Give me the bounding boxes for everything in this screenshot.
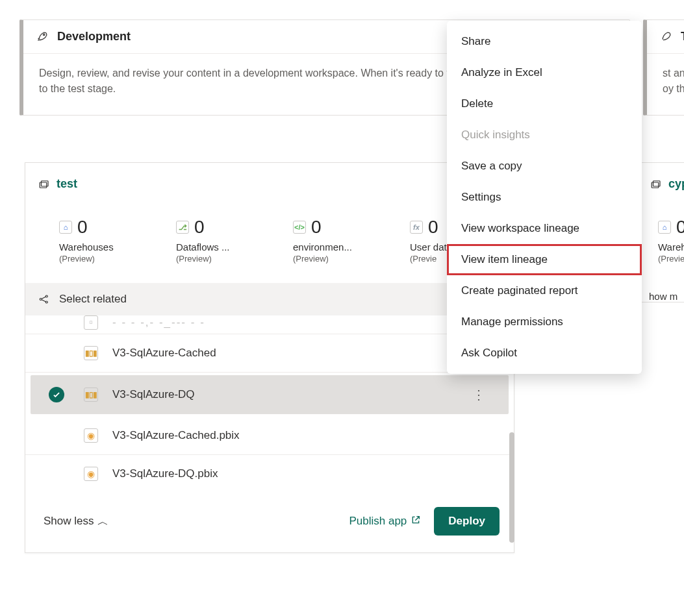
pbix-icon: ◉ <box>84 467 98 481</box>
workspace-name[interactable]: cypres <box>668 177 684 191</box>
menu-create-paginated-report[interactable]: Create paginated report <box>447 275 642 306</box>
list-item[interactable]: ◉ V3-SqlAzure-DQ.pbix <box>25 455 514 493</box>
scrollbar-thumb[interactable] <box>509 432 514 543</box>
dataset-icon: ▫ <box>84 315 98 330</box>
menu-ask-copilot[interactable]: Ask Copilot <box>447 338 642 369</box>
check-icon <box>49 387 64 402</box>
publish-app-link[interactable]: Publish app <box>349 515 421 528</box>
stat-environments: </> 0 environmen... (Preview) <box>293 217 377 264</box>
show-less-toggle[interactable]: Show less ︿ <box>44 514 108 529</box>
rocket-icon <box>660 29 673 44</box>
workspace-card-peek: cypres ⌂ 0 Wareh (Previe how m <box>637 162 684 302</box>
stat-dataflows: ⎇ 0 Dataflows ... (Preview) <box>176 217 260 264</box>
svg-rect-2 <box>42 180 49 186</box>
show-more-fragment: how m <box>637 283 684 302</box>
stage-title: Test <box>681 30 684 43</box>
svg-point-0 <box>43 34 45 36</box>
warehouse-icon: ⌂ <box>59 221 72 234</box>
more-options-icon[interactable]: ⋮ <box>467 387 490 402</box>
svg-point-4 <box>45 295 47 297</box>
list-item[interactable]: ▫ - - - -,- -_--- - - <box>25 315 514 334</box>
related-graph-icon <box>38 293 50 305</box>
chevron-up-icon: ︿ <box>97 514 108 529</box>
workspace-icon <box>650 179 662 190</box>
list-item[interactable]: ▮▯▮ V3-SqlAzure-Cached <box>25 334 514 373</box>
list-item[interactable]: ◉ V3-SqlAzure-Cached.pbix <box>25 417 514 455</box>
stage-card-test: Test st and v oy the <box>643 19 684 116</box>
svg-point-3 <box>40 299 42 301</box>
svg-rect-7 <box>653 180 661 186</box>
report-icon: ▮▯▮ <box>84 388 98 402</box>
workspace-card: test ⌂ 0 Warehouses (Preview) ⎇ 0 Datafl… <box>25 162 514 553</box>
pbix-icon: ◉ <box>84 428 98 443</box>
fx-icon: fx <box>410 221 423 234</box>
menu-manage-permissions[interactable]: Manage permissions <box>447 306 642 338</box>
svg-rect-6 <box>652 182 659 188</box>
select-related-label[interactable]: Select related <box>59 293 127 306</box>
workspace-name[interactable]: test <box>57 177 77 191</box>
warehouse-icon: ⌂ <box>658 221 671 234</box>
menu-delete[interactable]: Delete <box>447 88 642 119</box>
menu-quick-insights: Quick insights <box>447 119 642 151</box>
dataflow-icon: ⎇ <box>176 221 189 234</box>
stage-description: st and v oy the <box>647 54 684 115</box>
context-menu: Share Analyze in Excel Delete Quick insi… <box>447 21 642 374</box>
stats-row: ⌂ 0 Warehouses (Preview) ⎇ 0 Dataflows .… <box>25 197 514 283</box>
list-item-selected[interactable]: ▮▯▮ V3-SqlAzure-DQ ⋮ <box>31 375 509 414</box>
environment-icon: </> <box>293 221 306 234</box>
stat-warehouses: ⌂ 0 Warehouses (Preview) <box>59 217 144 264</box>
report-icon: ▮▯▮ <box>84 346 98 360</box>
stat-warehouses: ⌂ 0 Wareh (Previe <box>658 217 684 264</box>
svg-rect-1 <box>40 182 47 188</box>
deploy-button[interactable]: Deploy <box>434 507 500 536</box>
menu-settings[interactable]: Settings <box>447 182 642 213</box>
workspace-icon <box>38 179 50 190</box>
menu-view-workspace-lineage[interactable]: View workspace lineage <box>447 213 642 244</box>
select-related-bar: Select related ✕ 1 s <box>25 283 514 315</box>
menu-save-copy[interactable]: Save a copy <box>447 151 642 182</box>
svg-point-5 <box>45 301 47 303</box>
item-list: ▫ - - - -,- -_--- - - ▮▯▮ V3-SqlAzure-Ca… <box>25 315 514 493</box>
rocket-icon <box>36 29 49 44</box>
stage-title: Development <box>57 30 131 43</box>
menu-share[interactable]: Share <box>447 26 642 57</box>
menu-analyze-excel[interactable]: Analyze in Excel <box>447 57 642 88</box>
menu-view-item-lineage[interactable]: View item lineage <box>447 244 642 275</box>
external-link-icon <box>411 515 421 528</box>
